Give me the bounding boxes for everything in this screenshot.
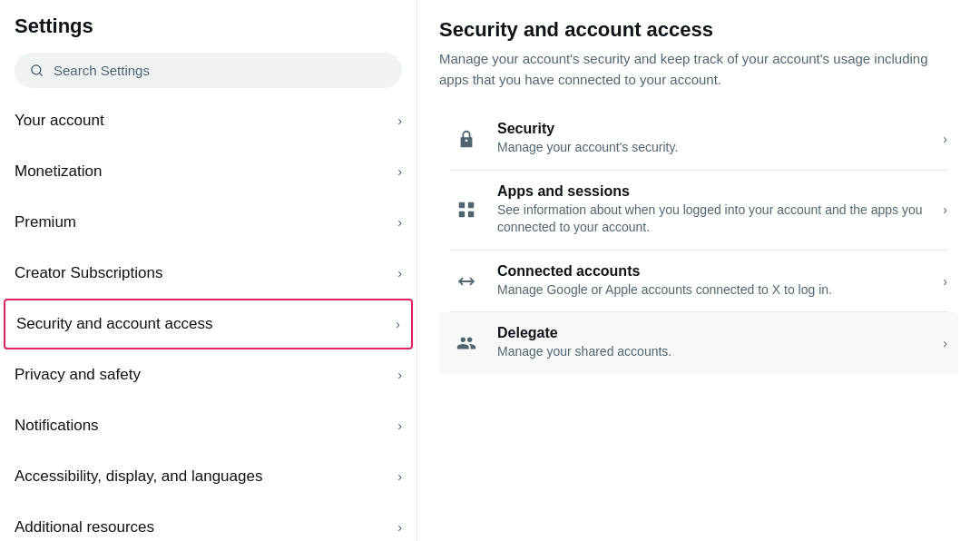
sidebar-item-label: Privacy and safety — [15, 366, 141, 384]
settings-item-content: Security Manage your account's security. — [497, 121, 928, 157]
search-icon — [30, 64, 44, 78]
sidebar-item-label: Monetization — [15, 162, 102, 181]
item-subtitle: Manage Google or Apple accounts connecte… — [497, 281, 928, 300]
search-wrapper: Search Settings — [0, 53, 416, 95]
settings-item-content: Apps and sessions See information about … — [497, 183, 928, 237]
sidebar-item-label: Your account — [15, 112, 104, 130]
item-title: Delegate — [497, 325, 928, 341]
item-chevron-icon: › — [943, 132, 947, 146]
chevron-icon: › — [396, 317, 400, 331]
main-panel: Security and account access Manage your … — [417, 0, 980, 541]
item-title: Security — [497, 121, 928, 137]
settings-item-security[interactable]: Security Manage your account's security.… — [439, 108, 958, 170]
svg-rect-3 — [468, 211, 474, 217]
settings-list: Security Manage your account's security.… — [439, 108, 958, 374]
panel-description: Manage your account's security and keep … — [439, 49, 958, 90]
lock-icon — [450, 123, 483, 155]
sidebar-item-label: Premium — [15, 213, 76, 231]
svg-rect-1 — [468, 202, 474, 208]
sidebar-item-premium[interactable]: Premium › — [0, 197, 416, 248]
svg-rect-2 — [459, 211, 465, 217]
sidebar-item-your-account[interactable]: Your account › — [0, 95, 416, 146]
chevron-icon: › — [397, 469, 402, 484]
chevron-icon: › — [397, 520, 402, 535]
search-box[interactable]: Search Settings — [15, 53, 402, 88]
settings-item-connected-accounts[interactable]: Connected accounts Manage Google or Appl… — [439, 251, 958, 312]
chevron-icon: › — [397, 368, 402, 382]
item-title: Connected accounts — [497, 263, 928, 280]
delegate-icon — [450, 327, 483, 359]
settings-item-content: Connected accounts Manage Google or Appl… — [497, 263, 928, 300]
sidebar-item-label: Accessibility, display, and languages — [15, 467, 262, 486]
settings-item-apps-sessions[interactable]: Apps and sessions See information about … — [439, 171, 958, 250]
item-chevron-icon: › — [943, 202, 947, 217]
sidebar-item-accessibility[interactable]: Accessibility, display, and languages › — [0, 451, 416, 502]
sidebar-item-security-account-access[interactable]: Security and account access › — [4, 299, 413, 349]
connected-accounts-icon — [450, 265, 483, 298]
item-title: Apps and sessions — [497, 183, 928, 200]
apps-icon — [450, 193, 483, 226]
settings-item-content: Delegate Manage your shared accounts. — [497, 325, 928, 361]
chevron-icon: › — [397, 418, 402, 433]
settings-item-delegate[interactable]: Delegate Manage your shared accounts. › — [439, 312, 958, 374]
sidebar-item-label: Security and account access — [16, 315, 212, 333]
item-subtitle: See information about when you logged in… — [497, 202, 928, 237]
chevron-icon: › — [397, 266, 402, 280]
panel-title: Security and account access — [439, 18, 958, 42]
sidebar-item-label: Notifications — [15, 417, 99, 435]
item-chevron-icon: › — [943, 336, 947, 350]
sidebar-nav: Your account › Monetization › Premium › … — [0, 95, 416, 541]
sidebar-item-creator-subscriptions[interactable]: Creator Subscriptions › — [0, 248, 416, 299]
search-input[interactable]: Search Settings — [54, 63, 387, 78]
chevron-icon: › — [397, 164, 402, 179]
item-subtitle: Manage your account's security. — [497, 139, 928, 157]
chevron-icon: › — [397, 215, 402, 230]
settings-title: Settings — [0, 15, 416, 53]
sidebar: Settings Search Settings Your account › … — [0, 0, 417, 541]
item-chevron-icon: › — [943, 274, 947, 289]
item-subtitle: Manage your shared accounts. — [497, 343, 928, 361]
sidebar-item-label: Additional resources — [15, 518, 154, 536]
sidebar-item-label: Creator Subscriptions — [15, 264, 162, 282]
svg-rect-0 — [459, 202, 465, 208]
chevron-icon: › — [397, 113, 402, 128]
sidebar-item-monetization[interactable]: Monetization › — [0, 146, 416, 197]
sidebar-item-additional-resources[interactable]: Additional resources › — [0, 502, 416, 541]
sidebar-item-notifications[interactable]: Notifications › — [0, 400, 416, 451]
sidebar-item-privacy-safety[interactable]: Privacy and safety › — [0, 349, 416, 400]
